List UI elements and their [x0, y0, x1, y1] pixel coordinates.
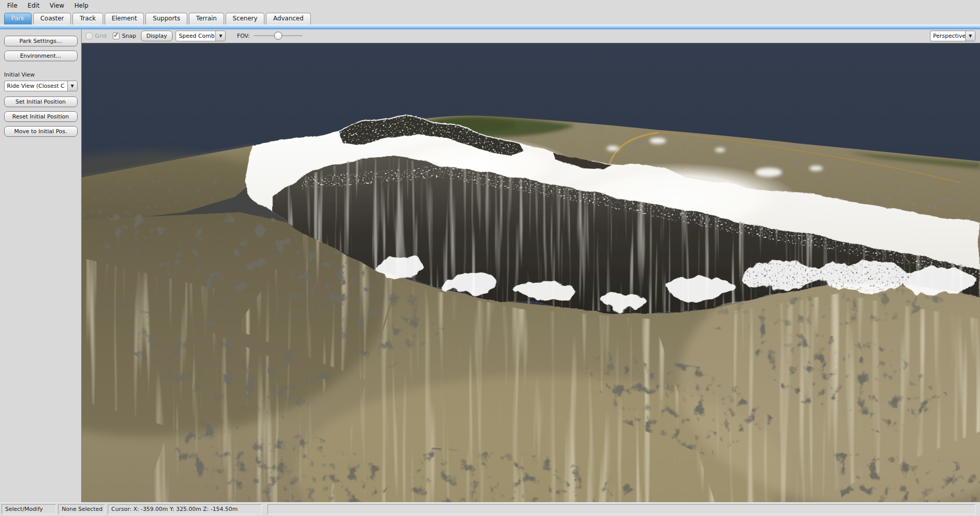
projection-dropdown[interactable]: Perspective ▼	[930, 31, 975, 41]
speed-comb-dropdown[interactable]: Speed Comb ▼	[176, 31, 226, 41]
status-extra-panel	[267, 504, 975, 514]
chevron-down-icon: ▼	[219, 34, 222, 38]
speed-comb-dropdown-button[interactable]: ▼	[215, 31, 225, 41]
editor-tab-bar: Park Coaster Track Element Supports Terr…	[0, 11, 980, 24]
initial-view-value: Ride View (Closest C	[5, 81, 67, 91]
tab-track[interactable]: Track	[72, 13, 103, 24]
status-cursor-coordinates: Cursor: X: -359.00m Y: 325.00m Z: -154.5…	[108, 504, 262, 514]
initial-view-dropdown-button[interactable]: ▼	[67, 81, 77, 91]
tab-terrain[interactable]: Terrain	[189, 13, 224, 24]
tab-park[interactable]: Park	[4, 13, 32, 24]
active-tab-accent-bar	[0, 24, 980, 30]
tab-scenery[interactable]: Scenery	[226, 13, 265, 24]
status-selection: None Selected	[58, 504, 105, 514]
snap-checkbox[interactable]: ✓	[113, 33, 119, 39]
tab-advanced[interactable]: Advanced	[266, 13, 310, 24]
speed-comb-value: Speed Comb	[176, 31, 215, 41]
status-mode: Select/Modify	[2, 504, 56, 514]
park-settings-button[interactable]: Park Settings...	[4, 36, 78, 46]
fov-slider-thumb[interactable]	[274, 32, 282, 40]
environment-button[interactable]: Environment...	[4, 51, 78, 61]
set-initial-position-button[interactable]: Set Initial Position	[4, 96, 78, 107]
menu-file[interactable]: File	[2, 0, 22, 11]
initial-view-label: Initial View	[0, 71, 81, 78]
menu-view[interactable]: View	[44, 0, 69, 11]
grid-label: Grid	[95, 33, 107, 39]
move-to-initial-pos-button[interactable]: Move to Initial Pos.	[4, 126, 78, 137]
checkmark-icon: ✓	[113, 31, 119, 39]
viewport-toolbar: Grid ✓ Snap Display Speed Comb ▼ FOV: Pe…	[82, 30, 980, 44]
snap-label: Snap	[122, 33, 136, 39]
viewport-3d[interactable]	[82, 44, 980, 502]
tab-coaster[interactable]: Coaster	[33, 13, 71, 24]
park-panel-sidebar: Park Settings... Environment... Initial …	[0, 30, 82, 502]
terrain-render	[82, 44, 980, 502]
tab-supports[interactable]: Supports	[145, 13, 187, 24]
menu-bar: File Edit View Help	[0, 0, 980, 11]
chevron-down-icon: ▼	[969, 34, 972, 38]
projection-value: Perspective	[930, 31, 965, 41]
chevron-down-icon: ▼	[70, 84, 74, 88]
reset-initial-position-button[interactable]: Reset Initial Position	[4, 111, 78, 122]
fov-slider[interactable]	[254, 31, 303, 40]
status-bar: Select/Modify None Selected Cursor: X: -…	[0, 502, 980, 516]
projection-dropdown-button[interactable]: ▼	[965, 31, 975, 41]
menu-edit[interactable]: Edit	[22, 0, 44, 11]
display-button[interactable]: Display	[141, 31, 173, 41]
fov-label: FOV:	[237, 33, 250, 39]
menu-help[interactable]: Help	[69, 0, 93, 11]
initial-view-dropdown[interactable]: Ride View (Closest C ▼	[4, 81, 78, 91]
grid-checkbox[interactable]	[86, 33, 92, 39]
tab-element[interactable]: Element	[105, 13, 144, 24]
